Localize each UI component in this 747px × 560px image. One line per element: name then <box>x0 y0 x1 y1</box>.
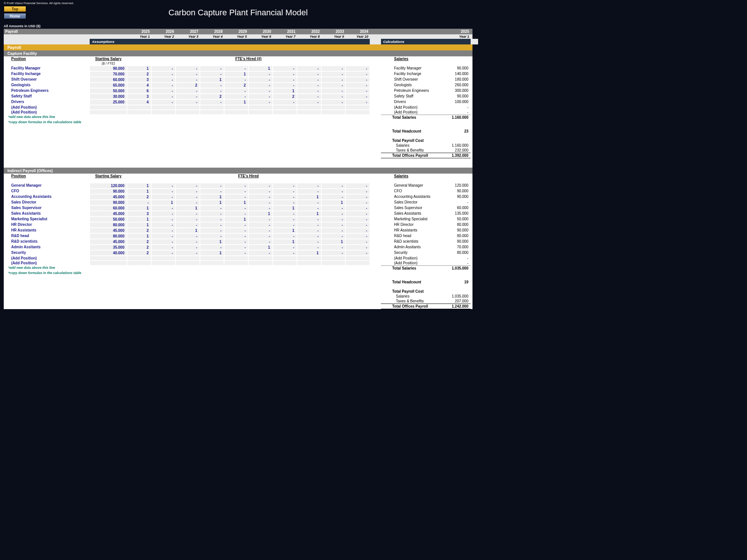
fte-cell[interactable]: - <box>200 222 224 228</box>
top-button[interactable]: Top <box>4 6 26 12</box>
fte-cell[interactable]: - <box>151 217 176 222</box>
fte-cell[interactable]: - <box>345 233 370 239</box>
fte-cell[interactable]: - <box>345 250 370 256</box>
fte-cell[interactable]: 1 <box>297 211 321 217</box>
fte-cell[interactable] <box>248 105 273 110</box>
fte-cell[interactable]: - <box>297 189 321 194</box>
fte-cell[interactable]: - <box>224 205 248 211</box>
fte-cell[interactable]: - <box>273 217 297 222</box>
fte-cell[interactable]: - <box>321 245 345 250</box>
fte-cell[interactable]: - <box>321 233 345 239</box>
fte-cell[interactable]: - <box>151 194 176 200</box>
fte-cell[interactable]: - <box>345 205 370 211</box>
fte-cell[interactable]: - <box>297 71 321 77</box>
salary-cell[interactable] <box>90 110 127 115</box>
salary-cell[interactable]: 45.000 <box>90 211 127 217</box>
fte-cell[interactable]: 1 <box>200 200 224 205</box>
fte-cell[interactable] <box>224 110 248 115</box>
fte-cell[interactable]: - <box>176 239 200 245</box>
fte-cell[interactable] <box>345 105 370 110</box>
salary-cell[interactable]: 70.000 <box>90 71 127 77</box>
fte-cell[interactable]: - <box>248 233 273 239</box>
fte-cell[interactable]: - <box>248 189 273 194</box>
fte-cell[interactable]: - <box>151 233 176 239</box>
fte-cell[interactable]: - <box>151 211 176 217</box>
fte-cell[interactable]: 1 <box>127 222 151 228</box>
fte-cell[interactable]: - <box>176 200 200 205</box>
salary-cell[interactable]: 50.000 <box>90 217 127 222</box>
fte-cell[interactable]: 1 <box>127 189 151 194</box>
fte-cell[interactable]: - <box>273 66 297 71</box>
fte-cell[interactable]: - <box>224 250 248 256</box>
fte-cell[interactable]: - <box>321 250 345 256</box>
fte-cell[interactable]: 1 <box>127 183 151 189</box>
fte-cell[interactable]: - <box>248 88 273 94</box>
salary-cell[interactable]: 45.000 <box>90 194 127 200</box>
fte-cell[interactable]: - <box>297 66 321 71</box>
fte-cell[interactable]: 2 <box>127 239 151 245</box>
fte-cell[interactable] <box>345 256 370 261</box>
fte-cell[interactable]: - <box>321 71 345 77</box>
fte-cell[interactable]: - <box>273 250 297 256</box>
fte-cell[interactable]: - <box>345 88 370 94</box>
fte-cell[interactable] <box>248 110 273 115</box>
fte-cell[interactable]: - <box>151 77 176 83</box>
fte-cell[interactable]: 1 <box>273 205 297 211</box>
fte-cell[interactable]: 1 <box>224 71 248 77</box>
fte-cell[interactable]: 1 <box>297 194 321 200</box>
fte-cell[interactable]: - <box>321 217 345 222</box>
fte-cell[interactable] <box>176 105 200 110</box>
fte-cell[interactable]: 2 <box>176 83 200 88</box>
fte-cell[interactable] <box>248 261 273 265</box>
fte-cell[interactable]: - <box>200 66 224 71</box>
fte-cell[interactable]: - <box>345 83 370 88</box>
fte-cell[interactable] <box>200 256 224 261</box>
fte-cell[interactable]: 1 <box>224 217 248 222</box>
fte-cell[interactable]: 6 <box>127 88 151 94</box>
salary-cell[interactable]: 80.000 <box>90 222 127 228</box>
fte-cell[interactable]: - <box>248 222 273 228</box>
fte-cell[interactable]: - <box>224 233 248 239</box>
fte-cell[interactable]: - <box>297 88 321 94</box>
salary-cell[interactable]: 45.000 <box>90 239 127 245</box>
fte-cell[interactable] <box>345 110 370 115</box>
fte-cell[interactable]: 1 <box>297 250 321 256</box>
fte-cell[interactable] <box>273 261 297 265</box>
fte-cell[interactable]: - <box>224 194 248 200</box>
fte-cell[interactable]: - <box>224 94 248 99</box>
salary-cell[interactable]: 90.000 <box>90 66 127 71</box>
fte-cell[interactable]: - <box>248 83 273 88</box>
fte-cell[interactable]: 1 <box>200 250 224 256</box>
fte-cell[interactable]: - <box>321 194 345 200</box>
fte-cell[interactable]: - <box>345 211 370 217</box>
fte-cell[interactable]: - <box>273 194 297 200</box>
fte-cell[interactable]: 1 <box>248 66 273 71</box>
fte-cell[interactable] <box>297 110 321 115</box>
fte-cell[interactable]: - <box>224 228 248 233</box>
fte-cell[interactable]: - <box>200 88 224 94</box>
salary-cell[interactable] <box>90 256 127 261</box>
fte-cell[interactable]: 3 <box>127 211 151 217</box>
fte-cell[interactable] <box>297 256 321 261</box>
fte-cell[interactable]: - <box>151 189 176 194</box>
fte-cell[interactable]: - <box>248 205 273 211</box>
fte-cell[interactable]: 2 <box>273 94 297 99</box>
fte-cell[interactable] <box>200 261 224 265</box>
salary-cell[interactable]: 80.000 <box>90 233 127 239</box>
fte-cell[interactable]: - <box>321 88 345 94</box>
fte-cell[interactable]: - <box>297 205 321 211</box>
fte-cell[interactable]: - <box>248 200 273 205</box>
fte-cell[interactable]: - <box>345 245 370 250</box>
fte-cell[interactable]: - <box>273 189 297 194</box>
fte-cell[interactable]: - <box>176 66 200 71</box>
fte-cell[interactable]: 1 <box>200 194 224 200</box>
fte-cell[interactable]: 2 <box>127 228 151 233</box>
fte-cell[interactable]: - <box>345 194 370 200</box>
fte-cell[interactable] <box>176 110 200 115</box>
fte-cell[interactable] <box>176 256 200 261</box>
fte-cell[interactable]: - <box>176 194 200 200</box>
fte-cell[interactable]: 1 <box>224 200 248 205</box>
fte-cell[interactable] <box>176 261 200 265</box>
salary-cell[interactable]: 40.000 <box>90 250 127 256</box>
fte-cell[interactable]: - <box>151 222 176 228</box>
